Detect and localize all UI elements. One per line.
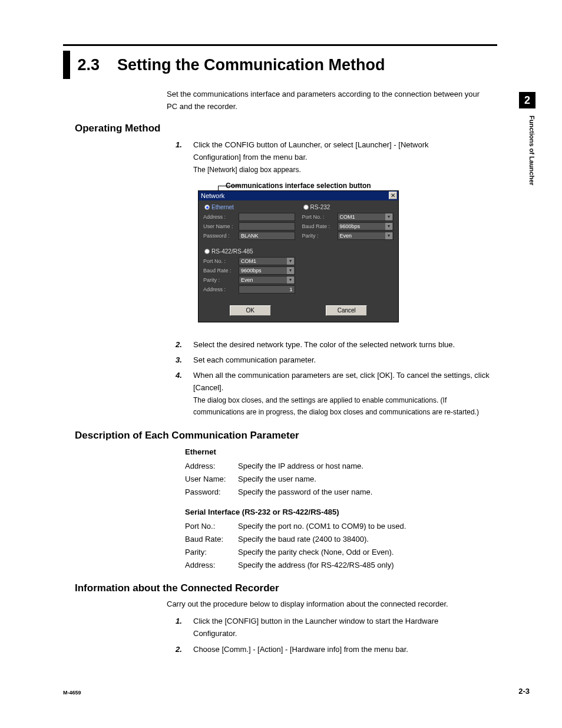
footer-doc-id: M-4659 <box>63 690 81 696</box>
param-val: Specify the parity check (None, Odd or E… <box>238 546 491 559</box>
chapter-tab: 2 <box>519 92 535 108</box>
step-text: When all the communication parameters ar… <box>193 371 490 392</box>
step-text: Click the CONFIG button of Launcher, or … <box>193 140 429 162</box>
param-key: Baud Rate: <box>185 533 238 546</box>
rs232-baud-label: Baud Rate : <box>302 223 335 229</box>
rs422-baud-combo[interactable]: 9600bps <box>239 266 295 275</box>
rs232-baud-combo[interactable]: 9600bps <box>338 222 394 230</box>
rs232-parity-label: Parity : <box>302 233 335 239</box>
serial-param-title: Serial Interface (RS-232 or RS-422/RS-48… <box>185 506 491 519</box>
param-val: Specify the password of the user name. <box>238 486 491 499</box>
param-val: Specify the IP address or host name. <box>238 460 491 473</box>
param-key: User Name: <box>185 473 238 486</box>
step-number: 2. <box>176 339 182 351</box>
rs232-group[interactable]: RS-232 Port No. : COM1 Baud Rate : 9600b… <box>300 203 396 245</box>
step-number: 2. <box>176 644 182 656</box>
rs422-port-label: Port No. : <box>203 258 236 264</box>
param-key: Address: <box>185 460 238 473</box>
step-1: 1. Click the CONFIG button of Launcher, … <box>193 139 476 176</box>
step-4: 4. When all the communication parameters… <box>193 370 494 419</box>
radio-ethernet-icon[interactable] <box>204 205 210 210</box>
step-number: 3. <box>176 354 182 367</box>
param-key: Address: <box>185 559 238 572</box>
rs422-address-input[interactable]: 1 <box>239 285 295 294</box>
rs422-title: RS-422/RS-485 <box>211 248 253 255</box>
serial-params: Serial Interface (RS-232 or RS-422/RS-48… <box>185 506 491 572</box>
footer-page-number: 2-3 <box>518 687 530 696</box>
param-val: Specify the address (for RS-422/RS-485 o… <box>238 559 491 572</box>
step-3: 3. Set each communication parameter. <box>193 354 488 367</box>
chapter-label: Functions of Launcher <box>519 116 535 233</box>
info-heading: Information about the Connected Recorder <box>75 582 279 594</box>
cancel-button[interactable]: Cancel <box>326 305 367 316</box>
param-key: Port No.: <box>185 520 238 533</box>
info-intro: Carry out the procedure below to display… <box>167 598 497 611</box>
info-step-2: 2. Choose [Comm.] - [Action] - [Hardware… <box>193 644 482 656</box>
eth-password-label: Password : <box>203 233 236 239</box>
intro-text: Set the communications interface and par… <box>167 88 491 113</box>
section-header: 2.3 Setting the Communication Method <box>63 44 497 79</box>
rs232-title: RS-232 <box>310 204 330 210</box>
step-number: 4. <box>176 370 182 382</box>
eth-password-input[interactable]: BLANK <box>239 232 295 240</box>
param-val: Specify the port no. (COM1 to COM9) to b… <box>238 520 491 533</box>
radio-rs232-icon[interactable] <box>303 205 309 210</box>
close-icon[interactable]: ✕ <box>389 192 397 199</box>
eth-address-input[interactable] <box>239 213 295 221</box>
operating-method-heading: Operating Method <box>75 123 160 134</box>
step-text: Click the [CONFIG] button in the Launche… <box>193 617 438 638</box>
rs422-parity-combo[interactable]: Even <box>239 276 295 284</box>
section-number: 2.3 <box>77 56 100 74</box>
step-note: The dialog box closes, and the settings … <box>193 396 479 417</box>
step-2: 2. Select the desired network type. The … <box>193 339 500 351</box>
param-key: Password: <box>185 486 238 499</box>
rs232-port-label: Port No. : <box>302 214 335 220</box>
rs422-group[interactable]: RS-422/RS-485 Port No. : COM1 Baud Rate … <box>201 247 297 298</box>
param-key: Parity: <box>185 546 238 559</box>
rs422-parity-label: Parity : <box>203 277 236 283</box>
rs422-baud-label: Baud Rate : <box>203 268 236 274</box>
info-step-1: 1. Click the [CONFIG] button in the Laun… <box>193 615 482 640</box>
ok-button[interactable]: OK <box>230 305 271 316</box>
param-val: Specify the baud rate (2400 to 38400). <box>238 533 491 546</box>
ethernet-param-title: Ethernet <box>185 446 491 459</box>
eth-address-label: Address : <box>203 214 236 220</box>
step-text: Choose [Comm.] - [Action] - [Hardware in… <box>193 645 408 654</box>
ethernet-title: Ethernet <box>211 204 234 210</box>
eth-username-label: User Name : <box>203 223 236 229</box>
step-text: Select the desired network type. The col… <box>193 340 455 349</box>
description-heading: Description of Each Communication Parame… <box>75 430 299 442</box>
ethernet-params: Ethernet Address:Specify the IP address … <box>185 446 491 499</box>
rs232-parity-combo[interactable]: Even <box>338 232 394 240</box>
rs232-port-combo[interactable]: COM1 <box>338 213 394 221</box>
step-text: Set each communication parameter. <box>193 355 316 364</box>
section-title: Setting the Communication Method <box>117 56 385 74</box>
network-dialog: Network ✕ Ethernet Address : User Name : <box>198 190 399 322</box>
dialog-titlebar: Network ✕ <box>199 191 398 200</box>
rs422-address-label: Address : <box>203 286 236 292</box>
radio-rs422-icon[interactable] <box>204 249 210 254</box>
ethernet-group[interactable]: Ethernet Address : User Name : Password … <box>201 203 297 245</box>
step-number: 1. <box>176 139 182 151</box>
rs422-port-combo[interactable]: COM1 <box>239 257 295 265</box>
dialog-title: Network <box>201 192 224 199</box>
eth-username-input[interactable] <box>239 222 295 230</box>
title-bar <box>63 51 70 79</box>
callout-label: Communications interface selection butto… <box>226 182 371 190</box>
param-val: Specify the user name. <box>238 473 491 486</box>
step-number: 1. <box>176 615 182 628</box>
step-note: The [Network] dialog box appears. <box>193 166 301 174</box>
